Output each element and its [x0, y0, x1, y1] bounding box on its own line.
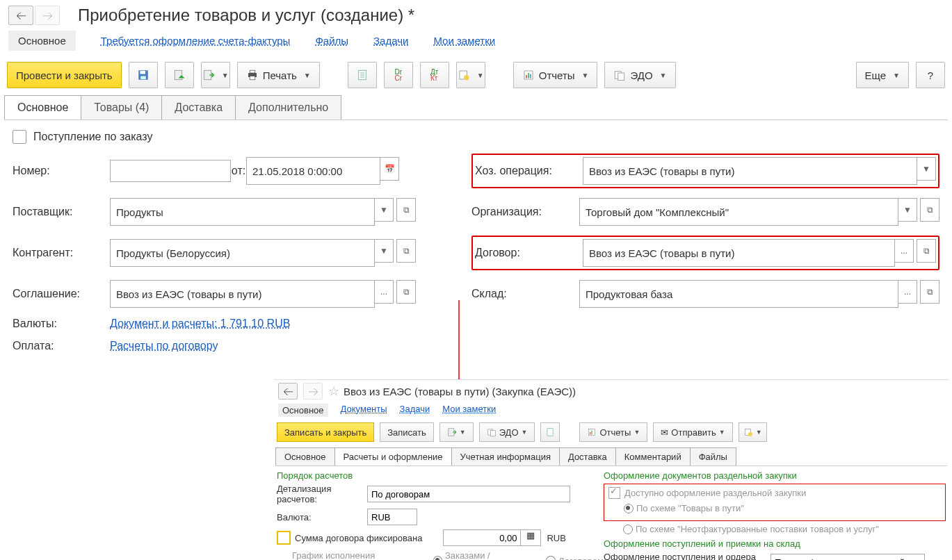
number-label: Номер: [13, 165, 110, 177]
number-input[interactable] [110, 160, 231, 182]
tab-goods[interactable]: Товары (4) [81, 95, 162, 120]
counterparty-open-button[interactable]: ⧉ [396, 239, 416, 263]
contract-select-button[interactable]: ... [895, 239, 914, 263]
svg-rect-16 [528, 73, 529, 79]
svg-rect-2 [140, 76, 146, 80]
warehouse-label: Склад: [471, 288, 579, 300]
save-button[interactable] [129, 62, 158, 88]
operation-dropdown-button[interactable]: ▼ [917, 157, 936, 181]
tab-delivery[interactable]: Доставка [161, 95, 236, 120]
edo-icon [613, 69, 626, 81]
basis-icon [458, 69, 470, 81]
nav-link-notes[interactable]: Мои заметки [433, 35, 495, 47]
nav-link-tasks[interactable]: Задачи [373, 35, 408, 47]
org-open-button[interactable]: ⧉ [920, 198, 939, 222]
agreement-label: Соглашение: [13, 288, 110, 300]
date-input[interactable]: 21.05.2018 0:00:00 [246, 157, 380, 185]
counterparty-label: Контрагент: [13, 247, 110, 259]
supplier-dropdown-button[interactable]: ▼ [375, 198, 394, 222]
org-field[interactable]: Торговый дом "Комплексный" [579, 198, 898, 226]
basis-button[interactable]: ▼ [456, 62, 485, 88]
supplier-field[interactable]: Продукты [110, 198, 375, 226]
contract-open-button[interactable]: ⧉ [917, 239, 936, 263]
supplier-label: Поставщик: [13, 206, 110, 218]
post-button[interactable] [165, 62, 194, 88]
reports-button[interactable]: Отчеты▼ [513, 62, 598, 88]
post-icon [173, 69, 186, 81]
tab-additional[interactable]: Дополнительно [235, 95, 341, 120]
svg-point-13 [464, 75, 469, 81]
warehouse-open-button[interactable]: ⧉ [920, 280, 939, 304]
nav-forward-button[interactable]: 🡢 [35, 6, 60, 25]
currency-label: Валюты: [13, 318, 110, 330]
printer-icon [246, 69, 259, 81]
document-icon [356, 69, 369, 81]
doc-icon-button[interactable] [348, 62, 377, 88]
more-button[interactable]: Еще▼ [856, 62, 909, 88]
page-title: Приобретение товаров и услуг (создание) … [78, 6, 414, 25]
drcr-icon: DrCr [394, 69, 402, 81]
org-label: Организация: [471, 206, 579, 218]
order-receipt-checkbox[interactable] [13, 130, 26, 144]
tab-main[interactable]: Основное [4, 95, 81, 120]
org-dropdown-button[interactable]: ▼ [898, 198, 917, 222]
relations-button[interactable]: ▼ [201, 62, 230, 88]
order-receipt-label: Поступление по заказу [33, 131, 152, 143]
agreement-field[interactable]: Ввоз из ЕАЭС (товары в пути) [110, 280, 375, 308]
calendar-button[interactable]: 📅 [380, 157, 399, 181]
nav-main-tab[interactable]: Основное [8, 31, 76, 51]
reports-icon [522, 69, 535, 81]
floppy-icon [137, 69, 150, 81]
calendar-icon: 📅 [385, 164, 395, 174]
nav-back-button[interactable]: 🡠 [8, 6, 33, 25]
contract-label: Договор: [475, 247, 583, 259]
dtkt-button[interactable]: ДтКт [420, 62, 449, 88]
from-label: от: [231, 165, 246, 177]
svg-rect-19 [618, 73, 624, 81]
nav-link-files[interactable]: Файлы [315, 35, 348, 47]
payment-label: Оплата: [13, 340, 110, 352]
operation-field[interactable]: Ввоз из ЕАЭС (товары в пути) [583, 157, 917, 185]
currency-link[interactable]: Документ и расчеты: 1 791,10 RUB [110, 318, 290, 330]
payment-link[interactable]: Расчеты по договору [110, 340, 218, 352]
nav-link-invoice[interactable]: Требуется оформление счета-фактуры [101, 35, 291, 47]
operation-label: Хоз. операция: [475, 165, 583, 177]
contract-field[interactable]: Ввоз из ЕАЭС (товары в пути) [583, 239, 895, 267]
post-close-button[interactable]: Провести и закрыть [7, 62, 122, 88]
svg-rect-6 [250, 70, 255, 73]
svg-rect-7 [250, 76, 255, 80]
relations-icon [202, 69, 215, 81]
supplier-open-button[interactable]: ⧉ [396, 198, 416, 222]
help-button[interactable]: ? [916, 62, 945, 88]
agreement-select-button[interactable]: ... [375, 280, 394, 304]
drcr-button[interactable]: DrCr [384, 62, 413, 88]
agreement-open-button[interactable]: ⧉ [396, 280, 416, 304]
edo-button[interactable]: ЭДО▼ [604, 62, 675, 88]
svg-rect-3 [175, 70, 182, 80]
svg-rect-17 [530, 74, 531, 79]
counterparty-dropdown-button[interactable]: ▼ [375, 239, 394, 263]
svg-rect-15 [526, 75, 527, 79]
svg-rect-1 [140, 71, 145, 74]
counterparty-field[interactable]: Продукты (Белоруссия) [110, 239, 375, 267]
dtkt-icon: ДтКт [430, 69, 438, 81]
print-button[interactable]: Печать▼ [237, 62, 320, 88]
warehouse-select-button[interactable]: ... [898, 280, 917, 304]
warehouse-field[interactable]: Продуктовая база [579, 280, 898, 308]
